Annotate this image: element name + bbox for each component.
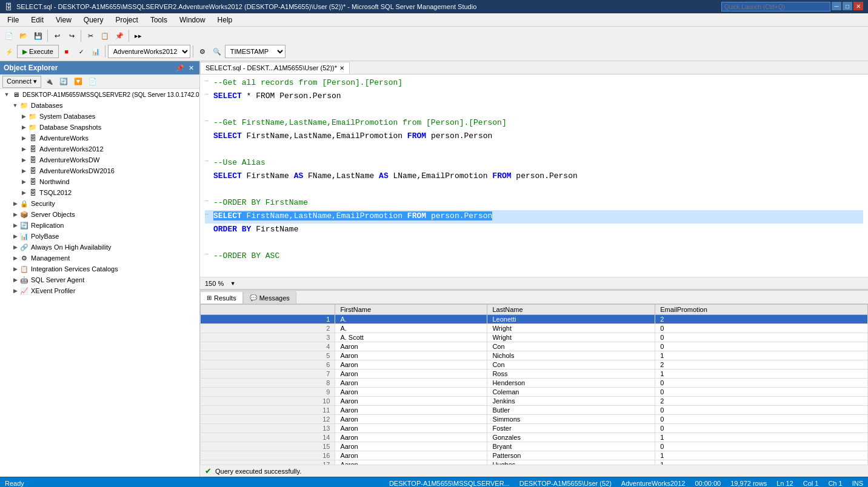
- new-query-btn[interactable]: 📄: [2, 29, 16, 42]
- toolbar-btn-5[interactable]: ⚙: [196, 45, 209, 58]
- menu-help[interactable]: Help: [213, 15, 238, 25]
- code-editor[interactable]: ─--Get all records from [Person].[Person…: [200, 75, 868, 277]
- save-btn[interactable]: 💾: [32, 29, 45, 42]
- code-content-13[interactable]: --ORDER BY ASC: [213, 250, 863, 263]
- tree-item-management[interactable]: ▶⚙Management: [0, 253, 199, 263]
- tree-item-system-databases[interactable]: ▶📁System Databases: [0, 111, 199, 122]
- table-row[interactable]: 10AaronJenkins2: [201, 397, 868, 406]
- expander-server-objects[interactable]: ▶: [11, 210, 19, 219]
- oe-new-btn[interactable]: 📄: [86, 75, 99, 88]
- table-row[interactable]: 5AaronNichols1: [201, 351, 868, 360]
- fold-13[interactable]: ─: [205, 250, 212, 260]
- table-row[interactable]: 9AaronColeman0: [201, 388, 868, 397]
- paste-btn[interactable]: 📌: [113, 29, 126, 42]
- oe-pin-btn[interactable]: 📌: [175, 63, 185, 73]
- results-content[interactable]: FirstName LastName EmailPromotion 1A.Leo…: [200, 304, 868, 465]
- expander-adventureworks2012[interactable]: ▶: [19, 145, 28, 153]
- stop-btn[interactable]: ■: [60, 45, 73, 58]
- undo-btn[interactable]: ↩: [50, 29, 64, 42]
- toolbar-btn-6[interactable]: 🔍: [210, 45, 224, 58]
- expander-databases[interactable]: ▼: [11, 101, 19, 110]
- exec-plan-btn[interactable]: 📊: [89, 45, 102, 58]
- tree-item-always-on[interactable]: ▶🔗Always On High Availability: [0, 242, 199, 253]
- table-row[interactable]: 11AaronButler0: [201, 406, 868, 415]
- expander-adventureworksdw[interactable]: ▶: [19, 156, 28, 164]
- tree-item-security[interactable]: ▶🔒Security: [0, 198, 199, 209]
- code-content-9[interactable]: --ORDER BY FirstName: [213, 197, 863, 210]
- table-row[interactable]: 1A.Leonetti2: [201, 315, 868, 324]
- maximize-button[interactable]: □: [843, 2, 852, 10]
- tree-item-polybase[interactable]: ▶📊PolyBase: [0, 231, 199, 242]
- table-row[interactable]: 15AaronBryant0: [201, 442, 868, 451]
- expander-tsql2012[interactable]: ▶: [19, 188, 28, 197]
- minimize-button[interactable]: ─: [832, 2, 841, 10]
- code-content-0[interactable]: --Get all records from [Person].[Person]: [213, 77, 863, 90]
- editor-tab-active[interactable]: SELECT.sql - DESKT...A1M5655\User (52))*…: [200, 62, 350, 74]
- tree-item-adventureworksdw2016[interactable]: ▶🗄AdventureWorksDW2016: [0, 165, 199, 176]
- zoom-dropdown-btn[interactable]: ▼: [226, 279, 239, 288]
- expander-sql-server-agent[interactable]: ▶: [11, 276, 19, 284]
- cut-btn[interactable]: ✂: [84, 29, 97, 42]
- table-row[interactable]: 16AaronPatterson1: [201, 451, 868, 460]
- oe-refresh-btn[interactable]: 🔄: [57, 75, 70, 88]
- code-content-4[interactable]: SELECT FirstName,LastName,EmailPromotion…: [213, 130, 863, 143]
- tab-close-btn[interactable]: ✕: [339, 65, 344, 71]
- menu-window[interactable]: Window: [175, 15, 210, 25]
- table-row[interactable]: 17AaronHughes1: [201, 460, 868, 465]
- oe-close-btn[interactable]: ✕: [186, 63, 196, 73]
- expander-db-snapshots[interactable]: ▶: [19, 123, 28, 131]
- oe-filter-btn[interactable]: 🔽: [72, 75, 85, 88]
- expander-northwind[interactable]: ▶: [19, 177, 28, 186]
- menu-view[interactable]: View: [51, 15, 76, 25]
- open-btn[interactable]: 📂: [17, 29, 30, 42]
- table-row[interactable]: 14AaronGonzales1: [201, 433, 868, 442]
- expander-server[interactable]: ▼: [2, 90, 11, 99]
- code-content-6[interactable]: --Use Alias: [213, 157, 863, 170]
- fold-0[interactable]: ─: [205, 77, 212, 87]
- redo-btn[interactable]: ↪: [65, 29, 78, 42]
- quick-launch-input[interactable]: [721, 2, 830, 12]
- code-content-1[interactable]: SELECT * FROM Person.Person: [213, 90, 863, 103]
- tree-item-integration-services[interactable]: ▶📋Integration Services Catalogs: [0, 263, 199, 274]
- fold-1[interactable]: ─: [205, 90, 212, 100]
- expander-adventureworksdw2016[interactable]: ▶: [19, 167, 28, 175]
- parse-btn[interactable]: ✓: [75, 45, 88, 58]
- expander-management[interactable]: ▶: [11, 254, 19, 262]
- table-row[interactable]: 6AaronCon2: [201, 360, 868, 369]
- tree-item-replication[interactable]: ▶🔄Replication: [0, 220, 199, 231]
- oe-disconnect-btn[interactable]: 🔌: [42, 75, 56, 88]
- expander-integration-services[interactable]: ▶: [11, 265, 19, 273]
- expander-adventureworks[interactable]: ▶: [19, 134, 28, 142]
- tree-item-databases[interactable]: ▼📁Databases: [0, 100, 199, 111]
- code-content-3[interactable]: --Get FirstName,LastName,EmailPromotion …: [213, 117, 863, 130]
- results-tab-results[interactable]: ⊞ Results: [200, 291, 243, 303]
- code-content-8[interactable]: [213, 184, 863, 196]
- tree-item-adventureworks2012[interactable]: ▶🗄AdventureWorks2012: [0, 144, 199, 154]
- table-row[interactable]: 12AaronSimmons0: [201, 415, 868, 424]
- code-content-10[interactable]: SELECT FirstName,LastName,EmailPromotion…: [213, 210, 863, 223]
- tree-item-adventureworks[interactable]: ▶🗄AdventureWorks: [0, 133, 199, 144]
- oe-connect-button[interactable]: Connect ▾: [2, 76, 41, 88]
- database-dropdown[interactable]: AdventureWorks2012: [108, 45, 190, 58]
- expander-polybase[interactable]: ▶: [11, 232, 19, 240]
- timestamp-dropdown[interactable]: TIMESTAMP: [225, 45, 285, 58]
- close-button[interactable]: ✕: [853, 2, 863, 10]
- tree-item-tsql2012[interactable]: ▶🗄TSQL2012: [0, 187, 199, 198]
- table-row[interactable]: 7AaronRoss1: [201, 369, 868, 379]
- tree-item-server[interactable]: ▼ 🖥 DESKTOP-A1M5655\MSSQLSERVER2 (SQL Se…: [0, 89, 199, 100]
- expander-security[interactable]: ▶: [11, 199, 19, 208]
- results-tab-messages[interactable]: 💬 Messages: [243, 291, 296, 303]
- menu-project[interactable]: Project: [111, 15, 143, 25]
- oe-tree[interactable]: ▼ 🖥 DESKTOP-A1M5655\MSSQLSERVER2 (SQL Se…: [0, 89, 199, 477]
- code-content-2[interactable]: [213, 104, 863, 116]
- tree-item-sql-server-agent[interactable]: ▶🤖SQL Server Agent: [0, 274, 199, 285]
- fold-6[interactable]: ─: [205, 157, 212, 167]
- toolbar-more[interactable]: ▸▸: [132, 29, 145, 42]
- tree-item-db-snapshots[interactable]: ▶📁Database Snapshots: [0, 122, 199, 133]
- expander-replication[interactable]: ▶: [11, 221, 19, 230]
- table-row[interactable]: 8AaronHenderson0: [201, 379, 868, 388]
- execute-button[interactable]: ▶ Execute: [17, 45, 59, 58]
- copy-btn[interactable]: 📋: [98, 29, 112, 42]
- expander-always-on[interactable]: ▶: [11, 243, 19, 251]
- tree-item-xevent-profiler[interactable]: ▶📈XEvent Profiler: [0, 285, 199, 296]
